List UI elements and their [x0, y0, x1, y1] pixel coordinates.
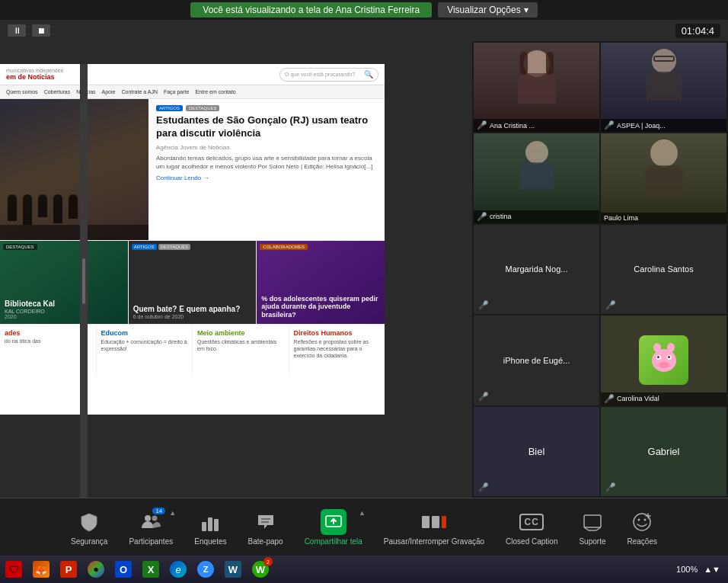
zoom-main: ⏸ ⏹ 01:04:4 municativas independen em de… — [0, 20, 728, 556]
zoom-content: municativas independen em de Noticias O … — [0, 41, 728, 498]
mic-muted-icon-margarida: 🎤 — [478, 300, 489, 309]
reactions-label: Reações — [627, 537, 656, 546]
svg-rect-8 — [422, 516, 429, 528]
view-options-button[interactable]: Visualizar Opções ▾ — [438, 2, 538, 18]
screen-share-area: municativas independen em de Noticias O … — [0, 41, 472, 498]
taskbar-app-excel[interactable]: X — [137, 556, 164, 583]
participant-name-margarida: Margarida Nog... — [506, 264, 568, 274]
support-icon — [582, 511, 603, 533]
zoom-header: ⏸ ⏹ 01:04:4 — [0, 20, 728, 41]
web-hero-text: ARTIGOS DESTAQUES Estudantes de São Gonç… — [148, 99, 385, 240]
whatsapp-badge: 2 — [263, 557, 273, 566]
mic-muted-icon: 🎤 — [477, 120, 487, 130]
participant-name-cristina: cristina — [490, 213, 512, 220]
taskbar-app-whatsapp[interactable]: W 2 — [247, 556, 274, 583]
svg-point-0 — [145, 515, 151, 521]
search-icon: 🔍 — [364, 70, 373, 78]
cc-label: Closed Caption — [506, 537, 557, 546]
participant-tile-paulo-lima: Paulo Lima — [601, 133, 726, 223]
participants-badge: 14 — [152, 508, 165, 514]
taskbar-app-edge[interactable]: e — [164, 556, 192, 583]
svg-rect-3 — [208, 517, 212, 531]
participant-name-paulo: Paulo Lima — [604, 214, 638, 222]
participant-tile-carolina-vidal: 🎤 Carolina Vidal — [601, 316, 726, 405]
mic-muted-icon-cvidal: 🎤 — [604, 394, 615, 404]
mic-muted-icon-aspea: 🎤 — [604, 120, 615, 130]
participants-label: Participantes — [129, 537, 173, 546]
web-article-source: Agência Jovem de Noticias — [156, 144, 377, 151]
record-tool[interactable]: Pausar/Interromper Gravação — [375, 506, 493, 549]
participant-name-iphone-euge: iPhone de Eugé... — [503, 356, 570, 365]
participant-tile-gabriel: Gabriel 🎤 — [601, 407, 726, 496]
web-cards: DESTAQUES Biblioteca Kal KAL CORDEIRO 20… — [0, 240, 385, 324]
svg-point-17 — [644, 518, 647, 521]
participants-tool[interactable]: 14 Participantes ▲ — [120, 506, 182, 549]
web-header: municativas independen em de Noticias O … — [0, 64, 385, 85]
share-screen-icon — [324, 513, 343, 531]
mic-muted-icon-gabriel: 🎤 — [605, 482, 616, 492]
notification-bar: Você está visualizando a tela de Ana Cri… — [0, 0, 728, 20]
web-article-title: Estudantes de São Gonçalo (RJ) usam teat… — [156, 114, 377, 140]
svg-rect-10 — [442, 516, 446, 528]
pause-button[interactable]: ⏸ — [8, 24, 26, 37]
participants-icon — [140, 511, 161, 533]
taskbar-app-outlook[interactable]: O — [110, 556, 137, 583]
stop-button[interactable]: ⏹ — [32, 24, 50, 37]
web-read-more: Continuar Lendo → — [156, 175, 377, 181]
chat-tool[interactable]: Bate-papo — [238, 506, 292, 549]
taskbar-app-antivirus[interactable]: 🛡 — [0, 556, 27, 583]
taskbar-app-chrome[interactable]: ● — [82, 556, 110, 583]
taskbar-app-firefox[interactable]: 🦊 — [27, 556, 55, 583]
web-nav: Quem somos Coberturas Notícias Apoie Con… — [0, 85, 385, 99]
web-logo-prefix: municativas independen em de Noticias — [6, 68, 64, 81]
participant-tile-cristina: 🎤 cristina — [474, 133, 599, 223]
cc-icon: CC — [519, 514, 544, 530]
polls-label: Enquetes — [194, 537, 226, 546]
scroll-indicator — [80, 64, 88, 498]
polls-tool[interactable]: Enquetes — [185, 506, 235, 549]
web-card-quem-bate: ARTIGOS DESTAQUES Quem bate? E quem apan… — [128, 241, 257, 324]
participant-name-carolina-vidal: Carolina Vidal — [617, 395, 659, 402]
mic-muted-icon-iphone-euge: 🎤 — [478, 392, 489, 401]
polls-icon — [200, 511, 221, 533]
share-screen-label: Compartilhar tela — [305, 537, 362, 546]
reactions-tool[interactable]: Reações — [618, 506, 666, 549]
web-card-adolescentes: COLABORADORES % dos adolescentes quisera… — [256, 241, 385, 324]
support-tool[interactable]: Suporte — [570, 506, 615, 549]
cc-tool[interactable]: CC Closed Caption — [497, 506, 567, 549]
participant-tile-ana-cristina: 🎤 Ana Cristina ... — [474, 43, 599, 132]
svg-rect-2 — [202, 522, 206, 531]
svg-rect-4 — [214, 519, 219, 531]
web-hero: ARTIGOS DESTAQUES Estudantes de São Gonç… — [0, 99, 385, 240]
record-icon — [422, 514, 446, 530]
svg-point-1 — [152, 515, 158, 521]
taskbar-app-zoom[interactable]: Z — [192, 556, 219, 583]
participant-tile-aspea: 🎤 ASPEA | Joaq... — [601, 43, 726, 132]
participant-tile-margarida: Margarida Nog... 🎤 — [474, 225, 599, 314]
share-screen-tool[interactable]: Compartilhar tela ▲ — [295, 506, 372, 549]
security-tool[interactable]: Segurança — [62, 506, 117, 549]
participant-name-aspea: ASPEA | Joaq... — [617, 122, 666, 130]
mic-muted-icon-cristina: 🎤 — [477, 212, 487, 222]
taskbar-app-powerpoint[interactable]: P — [55, 556, 82, 583]
web-categories: ades do na ótica das Educom Educação + c… — [0, 324, 385, 373]
mic-muted-icon-biel: 🎤 — [478, 482, 489, 492]
participant-tile-carolina-santos: Carolina Santos 🎤 — [601, 225, 726, 314]
participant-tile-biel: Biel 🎤 — [474, 407, 599, 496]
taskbar-app-word[interactable]: W — [219, 556, 247, 583]
support-label: Suporte — [579, 537, 605, 546]
record-label: Pausar/Interromper Gravação — [384, 537, 484, 546]
web-hero-image — [0, 99, 148, 240]
participant-name-gabriel: Gabriel — [648, 446, 680, 457]
taskbar-system-tray: 100% ▲▼ — [676, 565, 728, 574]
chat-label: Bate-papo — [247, 537, 283, 546]
windows-taskbar: 🛡 🦊 P ● O X e Z W W 2 100% ▲▼ — [0, 556, 728, 583]
chat-icon — [255, 511, 276, 533]
mic-muted-icon-carolina-santos: 🎤 — [605, 300, 616, 309]
web-article-desc: Abordando temas delicados, grupo usa art… — [156, 154, 377, 171]
svg-point-16 — [638, 518, 640, 521]
timer-display: 01:04:4 — [675, 24, 720, 38]
network-icon: ▲▼ — [704, 565, 720, 574]
notification-text: Você está visualizando a tela de Ana Cri… — [190, 2, 432, 18]
zoom-toolbar: Segurança 14 Participantes ▲ — [0, 498, 728, 556]
